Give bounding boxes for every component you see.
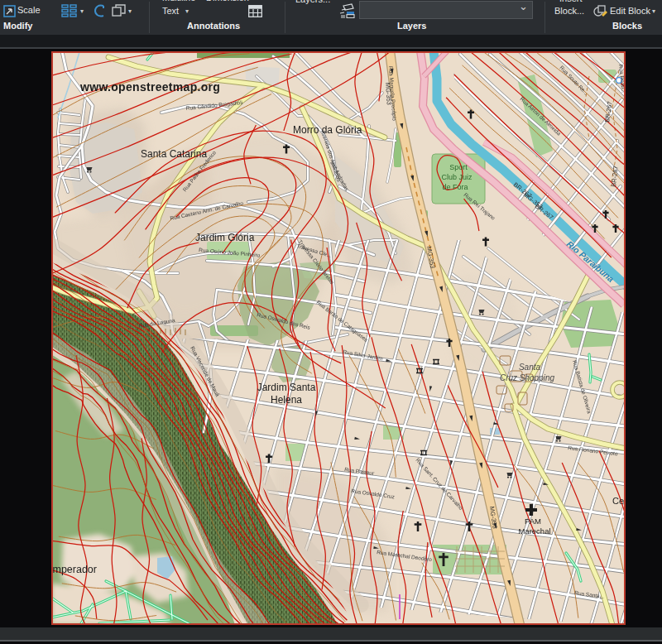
svg-text:PAM: PAM: [525, 517, 541, 526]
svg-text:Imperador: Imperador: [50, 564, 97, 575]
svg-text:MG-353: MG-353: [384, 83, 393, 106]
svg-text:Jardim Glória: Jardim Glória: [195, 232, 255, 243]
svg-text:Cruz Shopping: Cruz Shopping: [500, 373, 555, 382]
svg-text:Cen: Cen: [612, 496, 629, 506]
svg-text:Santa: Santa: [519, 363, 541, 372]
svg-text:Marechal: Marechal: [518, 526, 550, 536]
svg-text:Helena: Helena: [271, 394, 302, 406]
svg-text:Club Juiz: Club Juiz: [441, 173, 473, 181]
svg-text:de Fora: de Fora: [442, 183, 468, 191]
svg-text:Sport: Sport: [449, 163, 468, 171]
svg-text:Santa Catarina: Santa Catarina: [141, 148, 207, 160]
svg-text:www.openstreetmap.org: www.openstreetmap.org: [79, 80, 220, 94]
svg-text:Jardim Santa: Jardim Santa: [257, 382, 316, 393]
